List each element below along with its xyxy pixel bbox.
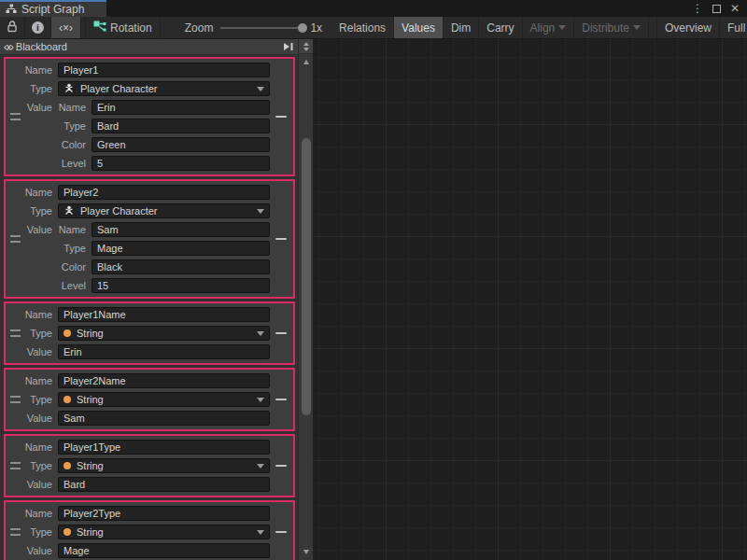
graph-canvas[interactable]	[313, 39, 747, 560]
remove-variable-button[interactable]	[275, 238, 287, 240]
toolbar-button-label: Overview	[665, 21, 712, 35]
field-label: Name	[6, 441, 58, 453]
drag-handle-icon[interactable]	[10, 235, 21, 243]
scroll-up-button[interactable]	[299, 60, 314, 64]
variable-value-input[interactable]	[58, 543, 270, 558]
zoom-value: 1x	[310, 21, 322, 35]
toolbar-button-dim[interactable]: Dim	[444, 17, 479, 38]
remove-variable-button[interactable]	[275, 116, 287, 118]
nested-field-label: Level	[58, 280, 92, 291]
variable-type-dropdown[interactable]: String	[58, 458, 270, 473]
variable-row: Name	[6, 305, 293, 324]
drag-handle-icon[interactable]	[10, 528, 21, 536]
variable-name-input[interactable]	[58, 63, 270, 77]
variable-type-dropdown[interactable]: Player Character	[58, 203, 270, 218]
string-type-icon	[63, 329, 71, 337]
info-button[interactable]: i	[25, 17, 51, 38]
string-type-icon	[63, 462, 71, 469]
variable-group-player1name[interactable]: NameTypeStringValue	[4, 301, 295, 365]
variable-type-dropdown[interactable]: Player Character	[58, 81, 270, 96]
variable-row: Name	[6, 504, 293, 523]
tab-script-graph[interactable]: Script Graph	[0, 0, 106, 17]
variable-value-input[interactable]	[58, 477, 270, 492]
blackboard-scrollbar[interactable]	[298, 39, 313, 560]
toolbar-button-full-screen[interactable]: Full Screen	[720, 17, 747, 38]
drag-handle-icon[interactable]	[10, 396, 21, 403]
field-label: Value	[6, 479, 58, 490]
zoom-slider-knob[interactable]	[298, 23, 307, 33]
remove-variable-button[interactable]	[275, 465, 287, 467]
lock-icon	[7, 21, 18, 35]
variable-name-input[interactable]	[58, 307, 270, 322]
drag-handle-icon[interactable]	[10, 329, 21, 337]
variable-type-dropdown[interactable]: String	[58, 326, 270, 341]
drag-handle-icon[interactable]	[10, 113, 21, 120]
variable-value-input[interactable]	[58, 344, 270, 359]
rotation-button[interactable]: Rotation	[85, 17, 161, 38]
variable-value-input[interactable]	[58, 411, 270, 426]
field-label: Value	[6, 413, 58, 424]
toolbar-button-relations[interactable]: Relations	[331, 17, 394, 38]
player-character-icon	[63, 205, 75, 217]
toolbar-button-align[interactable]: Align	[523, 17, 575, 38]
info-icon: i	[32, 21, 44, 34]
variables-toggle-button[interactable]: ‹×›	[51, 17, 81, 38]
remove-variable-button[interactable]	[275, 332, 287, 334]
nested-field-label: Color	[58, 139, 92, 150]
dock-panel-icon[interactable]	[283, 39, 294, 55]
field-label: Name	[6, 187, 58, 198]
variable-value-color-input[interactable]	[92, 259, 270, 274]
chevron-down-icon	[257, 398, 264, 402]
scrollbar-thumb[interactable]	[302, 138, 311, 415]
variable-name-input[interactable]	[58, 506, 270, 521]
variable-group-player1[interactable]: NameTypePlayer CharacterValueNameTypeCol…	[4, 57, 295, 176]
variable-value-name-input[interactable]	[92, 100, 270, 115]
variable-row: TypeString	[6, 456, 293, 475]
variable-list: NameTypePlayer CharacterValueNameTypeCol…	[0, 55, 298, 560]
variables-glyph: ‹×›	[59, 21, 73, 35]
drag-handle-icon[interactable]	[10, 462, 21, 469]
variable-group-player1type[interactable]: NameTypeStringValue	[4, 434, 295, 497]
variable-value-level-input[interactable]	[92, 278, 270, 293]
chevron-down-icon	[257, 87, 264, 91]
scroll-down-button[interactable]	[299, 550, 314, 554]
panel-resize-arrows[interactable]	[299, 39, 313, 54]
lock-button[interactable]	[0, 17, 25, 38]
variable-name-input[interactable]	[58, 373, 270, 388]
window-maximize-icon[interactable]	[712, 5, 721, 13]
variable-row: TypeString	[6, 324, 293, 343]
variable-type-dropdown[interactable]: String	[58, 392, 270, 407]
chevron-down-icon	[257, 464, 264, 469]
window-close-icon[interactable]: ✕	[730, 3, 740, 14]
variable-group-player2name[interactable]: NameTypeStringValue	[4, 368, 295, 431]
rotation-label: Rotation	[110, 21, 152, 35]
variable-type-label: String	[77, 328, 104, 339]
remove-variable-button[interactable]	[275, 399, 287, 400]
tab-title: Script Graph	[21, 3, 84, 16]
scroll-up-icon	[303, 60, 309, 64]
variable-type-label: String	[77, 526, 104, 538]
toolbar-button-carry[interactable]: Carry	[479, 17, 522, 38]
scroll-down-icon	[303, 550, 309, 554]
variable-type-dropdown[interactable]: String	[58, 525, 270, 539]
variable-group-player2[interactable]: NameTypePlayer CharacterValueNameTypeCol…	[4, 179, 295, 299]
variable-group-player2type[interactable]: NameTypeStringValue	[4, 500, 295, 560]
zoom-label: Zoom	[185, 21, 214, 35]
variable-row: TypePlayer Character	[6, 79, 293, 98]
remove-variable-button[interactable]	[275, 531, 287, 533]
window-menu-icon[interactable]: ⋮	[692, 3, 703, 14]
toolbar-button-distribute[interactable]: Distribute	[574, 17, 649, 38]
variable-name-input[interactable]	[58, 440, 270, 455]
variable-value-name-input[interactable]	[92, 222, 270, 237]
zoom-slider[interactable]	[220, 27, 303, 29]
toolbar-button-values[interactable]: Values	[394, 17, 444, 38]
variable-value-color-input[interactable]	[92, 137, 270, 152]
variable-value-level-input[interactable]	[92, 156, 270, 171]
blackboard-panel: ‹x› Blackboard NameTypePlayer CharacterV…	[0, 39, 313, 560]
variable-value-type-input[interactable]	[92, 241, 270, 256]
nested-field-label: Level	[58, 158, 92, 169]
variable-row: Name	[6, 438, 293, 456]
toolbar-button-overview[interactable]: Overview	[656, 17, 720, 38]
variable-value-type-input[interactable]	[92, 119, 270, 133]
variable-name-input[interactable]	[58, 185, 270, 200]
